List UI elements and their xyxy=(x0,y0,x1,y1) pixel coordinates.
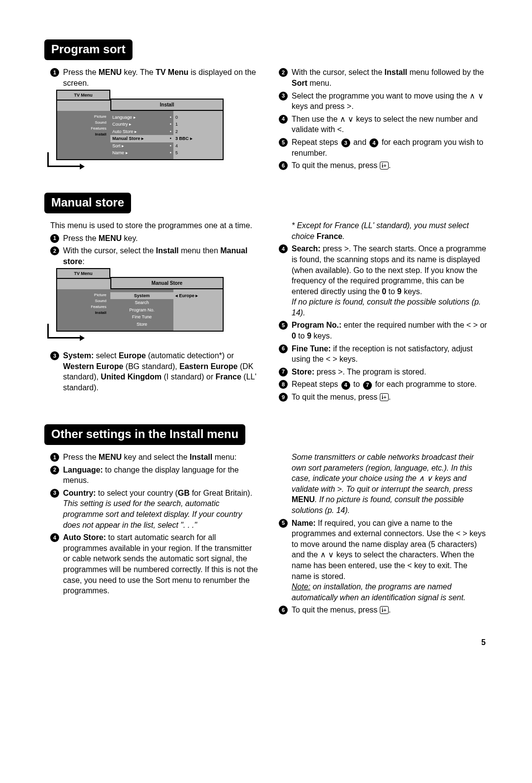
section-other-settings: Other settings in the Install menu 1 Pre… xyxy=(44,424,488,617)
step-badge-2: 2 xyxy=(50,466,59,475)
step-badge-5: 5 xyxy=(279,138,288,147)
step-text: Press the MENU key. The TV Menu is displ… xyxy=(63,67,259,88)
program-sort-right-col: 2 With the cursor, select the Install me… xyxy=(273,67,488,172)
step-badge-1: 1 xyxy=(50,453,59,462)
step-badge-2: 2 xyxy=(50,246,59,255)
heading-manual-store: Manual store xyxy=(44,193,131,213)
section-manual-store: Manual store This menu is used to store … xyxy=(44,193,488,405)
page-number: 5 xyxy=(44,637,488,648)
step-badge-6: 6 xyxy=(279,344,288,353)
other-settings-right-col: Some transmitters or cable networks broa… xyxy=(273,452,488,617)
step-badge-8: 8 xyxy=(279,380,288,389)
arrow-icon xyxy=(47,324,82,339)
section-program-sort: Program sort 1 Press the MENU key. The T… xyxy=(44,39,488,173)
step-badge-1: 1 xyxy=(50,234,59,243)
info-plus-icon: i+ xyxy=(380,162,389,170)
info-plus-icon: i+ xyxy=(380,393,389,401)
manual-store-left-col: This menu is used to store the programme… xyxy=(44,220,259,405)
step-badge-2: 2 xyxy=(279,68,288,77)
step-badge-1: 1 xyxy=(50,68,59,77)
step-badge-4: 4 xyxy=(279,115,288,124)
arrow-icon xyxy=(47,152,82,167)
step-badge-4: 4 xyxy=(50,533,59,542)
step-badge-4: 4 xyxy=(279,244,288,253)
manual-store-right-col: * Except for France (LL' standard), you … xyxy=(273,220,488,405)
step-badge-5: 5 xyxy=(279,519,288,528)
step-badge-3: 3 xyxy=(279,92,288,101)
step-badge-6: 6 xyxy=(279,606,288,614)
other-settings-left-col: 1 Press the MENU key and select the Inst… xyxy=(44,452,259,617)
step-badge-5: 5 xyxy=(279,321,288,330)
tv-menu-diagram-install: TV Menu Install Picture Sound Features I… xyxy=(56,99,224,161)
program-sort-left-col: 1 Press the MENU key. The TV Menu is dis… xyxy=(44,67,259,172)
heading-program-sort: Program sort xyxy=(44,39,133,60)
info-plus-icon: i+ xyxy=(380,606,389,614)
step-badge-6: 6 xyxy=(279,161,288,170)
tv-menu-diagram-manual-store: TV Menu Manual Store Picture Sound Featu… xyxy=(56,277,224,332)
step-badge-3: 3 xyxy=(50,489,59,498)
step-badge-7: 7 xyxy=(279,368,288,376)
heading-other-settings: Other settings in the Install menu xyxy=(44,424,245,445)
step-badge-9: 9 xyxy=(279,393,288,402)
step-badge-3: 3 xyxy=(50,351,59,360)
